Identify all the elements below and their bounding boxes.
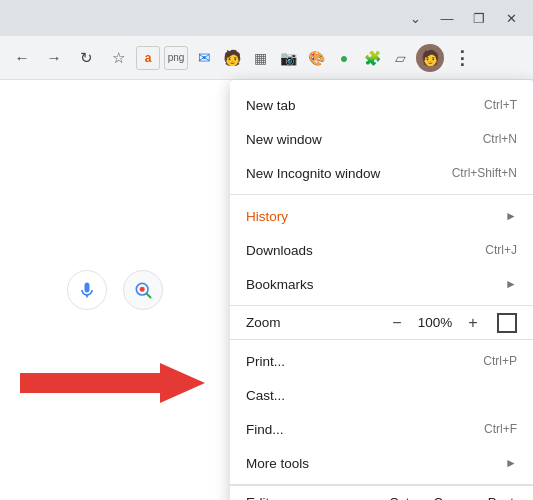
print-label: Print... [246, 354, 483, 369]
edit-actions: Cut Copy Paste [377, 491, 533, 501]
new-window-label: New window [246, 132, 483, 147]
menu-item-cast[interactable]: Cast... [230, 378, 533, 412]
cube-extension-icon[interactable]: ▦ [248, 46, 272, 70]
history-label: History [246, 209, 497, 224]
google-search-icons [67, 270, 163, 310]
new-tab-shortcut: Ctrl+T [484, 98, 517, 112]
back-button[interactable]: ← [8, 44, 36, 72]
browser-toolbar: ← → ↻ ☆ a png ✉ 🧑 ▦ 📷 🎨 ● 🧩 ▱ 🧑 ⋮ [0, 36, 533, 80]
zoom-in-button[interactable]: + [461, 311, 485, 335]
find-label: Find... [246, 422, 484, 437]
amazon-extension-icon[interactable]: a [136, 46, 160, 70]
fullscreen-button[interactable] [497, 313, 517, 333]
sidebar-extension-icon[interactable]: ▱ [388, 46, 412, 70]
more-tools-label: More tools [246, 456, 497, 471]
find-shortcut: Ctrl+F [484, 422, 517, 436]
title-bar: ⌄ — ❐ ✕ [0, 0, 533, 36]
incognito-shortcut: Ctrl+Shift+N [452, 166, 517, 180]
menu-item-print[interactable]: Print... Ctrl+P [230, 344, 533, 378]
lens-search-button[interactable] [123, 270, 163, 310]
chrome-dropdown-menu: New tab Ctrl+T New window Ctrl+N New Inc… [230, 80, 533, 500]
new-tab-label: New tab [246, 98, 484, 113]
zoom-label: Zoom [246, 315, 385, 330]
menu-item-history[interactable]: History ► [230, 199, 533, 233]
menu-section-tools: Print... Ctrl+P Cast... Find... Ctrl+F M… [230, 340, 533, 485]
browser-main-area [0, 80, 230, 500]
puzzle-extension-icon[interactable]: 🧩 [360, 46, 384, 70]
voice-search-button[interactable] [67, 270, 107, 310]
menu-item-bookmarks[interactable]: Bookmarks ► [230, 267, 533, 301]
bookmarks-label: Bookmarks [246, 277, 497, 292]
zoom-value: 100% [417, 315, 453, 330]
character-extension-icon[interactable]: 🧑 [220, 46, 244, 70]
edit-row: Edit Cut Copy Paste [230, 485, 533, 500]
minimize-button[interactable]: — [433, 4, 461, 32]
email-extension-icon[interactable]: ✉ [192, 46, 216, 70]
bookmarks-arrow-icon: ► [505, 277, 517, 291]
more-tools-arrow-icon: ► [505, 456, 517, 470]
zoom-out-button[interactable]: − [385, 311, 409, 335]
cut-button[interactable]: Cut [377, 491, 421, 501]
downloads-shortcut: Ctrl+J [485, 243, 517, 257]
incognito-label: New Incognito window [246, 166, 452, 181]
paste-button[interactable]: Paste [476, 491, 533, 501]
zoom-row: Zoom − 100% + [230, 306, 533, 340]
edit-label: Edit [230, 495, 377, 501]
content-area: New tab Ctrl+T New window Ctrl+N New Inc… [0, 80, 533, 500]
menu-item-new-window[interactable]: New window Ctrl+N [230, 122, 533, 156]
menu-item-downloads[interactable]: Downloads Ctrl+J [230, 233, 533, 267]
circle-extension-icon[interactable]: ● [332, 46, 356, 70]
menu-item-incognito[interactable]: New Incognito window Ctrl+Shift+N [230, 156, 533, 190]
cast-label: Cast... [246, 388, 517, 403]
forward-button[interactable]: → [40, 44, 68, 72]
menu-section-new: New tab Ctrl+T New window Ctrl+N New Inc… [230, 84, 533, 195]
png-extension-icon[interactable]: png [164, 46, 188, 70]
print-shortcut: Ctrl+P [483, 354, 517, 368]
zoom-controls: − 100% + [385, 311, 517, 335]
svg-line-2 [147, 294, 151, 298]
copy-button[interactable]: Copy [421, 491, 475, 501]
menu-item-find[interactable]: Find... Ctrl+F [230, 412, 533, 446]
close-button[interactable]: ✕ [497, 4, 525, 32]
history-arrow-icon: ► [505, 209, 517, 223]
chrome-menu-button[interactable]: ⋮ [448, 44, 476, 72]
menu-item-new-tab[interactable]: New tab Ctrl+T [230, 88, 533, 122]
svg-point-1 [140, 287, 145, 292]
downloads-label: Downloads [246, 243, 485, 258]
menu-item-more-tools[interactable]: More tools ► [230, 446, 533, 480]
menu-section-nav: History ► Downloads Ctrl+J Bookmarks ► [230, 195, 533, 306]
camera-extension-icon[interactable]: 📷 [276, 46, 300, 70]
new-window-shortcut: Ctrl+N [483, 132, 517, 146]
svg-marker-3 [20, 363, 205, 403]
chevron-down-icon[interactable]: ⌄ [401, 4, 429, 32]
restore-button[interactable]: ❐ [465, 4, 493, 32]
refresh-button[interactable]: ↻ [72, 44, 100, 72]
palette-extension-icon[interactable]: 🎨 [304, 46, 328, 70]
bookmark-star-icon[interactable]: ☆ [104, 44, 132, 72]
avatar-icon[interactable]: 🧑 [416, 44, 444, 72]
